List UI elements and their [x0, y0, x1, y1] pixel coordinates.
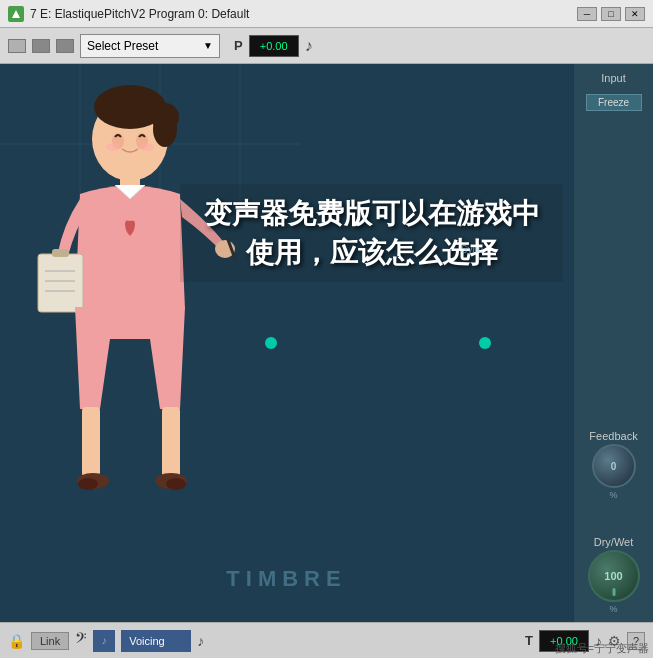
maximize-button[interactable]: □: [601, 7, 621, 21]
preset-dropdown[interactable]: Select Preset ▼: [80, 34, 220, 58]
mini-btn-2[interactable]: [32, 39, 50, 53]
voicing-label: Voicing: [129, 635, 164, 647]
app-icon: [8, 6, 24, 22]
mini-btn-3[interactable]: [56, 39, 74, 53]
preset-arrow-icon: ▼: [203, 40, 213, 51]
feedback-label: Feedback: [589, 430, 637, 442]
window-controls: ─ □ ✕: [577, 7, 645, 21]
svg-point-34: [78, 478, 98, 490]
svg-point-35: [166, 478, 186, 490]
preset-label: Select Preset: [87, 39, 158, 53]
minimize-button[interactable]: ─: [577, 7, 597, 21]
voicing-dropdown[interactable]: Voicing: [121, 630, 191, 652]
input-label: Input: [601, 72, 625, 84]
note-icon[interactable]: ♪: [305, 37, 313, 55]
right-panel: Input Freeze Feedback 0 % Dry/Wet 100 %: [573, 64, 653, 622]
clef-icon: 𝄢: [75, 630, 87, 651]
svg-rect-25: [38, 254, 83, 312]
dry-wet-value: 100: [604, 570, 622, 582]
svg-point-20: [140, 143, 154, 151]
voicing-icon: ♪: [102, 635, 107, 646]
dry-wet-pct: %: [609, 604, 617, 614]
timbre-watermark: TIMBRE: [226, 566, 346, 592]
svg-point-19: [106, 143, 120, 151]
bottom-note-icon[interactable]: ♪: [197, 633, 204, 649]
toolbar: Select Preset ▼ P +0.00 ♪: [0, 28, 653, 64]
right-handle-dot[interactable]: [479, 337, 491, 349]
title-bar: 7 E: ElastiquePitchV2 Program 0: Default…: [0, 0, 653, 28]
dry-wet-section: Dry/Wet 100 %: [588, 536, 640, 614]
left-handle-dot[interactable]: [265, 337, 277, 349]
dry-wet-knob[interactable]: 100: [588, 550, 640, 602]
sohu-watermark: 搜狐号=宁宁变声器: [551, 639, 653, 658]
bottom-bar: 🔒 Link 𝄢 ♪ Voicing ♪ T +0.00 ♪ ⚙ ? 搜狐号=宁…: [0, 622, 653, 658]
main-area: 变声器免费版可以在游戏中使用，应该怎么选择 TIMBRE Sync Input …: [0, 64, 653, 622]
feedback-pct: %: [609, 490, 617, 500]
svg-marker-0: [12, 10, 20, 18]
voicing-icon-box: ♪: [93, 630, 115, 652]
sync-label: Sync: [461, 244, 483, 255]
pitch-value-display: +0.00: [249, 35, 299, 57]
character-illustration: [10, 69, 250, 549]
plugin-display: 变声器免费版可以在游戏中使用，应该怎么选择 TIMBRE Sync: [0, 64, 573, 622]
link-button[interactable]: Link: [31, 632, 69, 650]
svg-rect-30: [82, 407, 100, 477]
feedback-knob[interactable]: 0: [592, 444, 636, 488]
svg-point-16: [151, 103, 179, 131]
feedback-value: 0: [611, 461, 617, 472]
freeze-button[interactable]: Freeze: [586, 94, 642, 111]
t-label: T: [525, 633, 533, 648]
overlay-text: 变声器免费版可以在游戏中使用，应该怎么选择: [180, 184, 563, 282]
p-label: P: [234, 38, 243, 53]
feedback-section: Feedback 0 %: [589, 430, 637, 500]
dry-wet-label: Dry/Wet: [594, 536, 634, 548]
svg-rect-31: [162, 407, 180, 477]
title-bar-left: 7 E: ElastiquePitchV2 Program 0: Default: [8, 6, 249, 22]
svg-rect-26: [52, 249, 69, 257]
lock-icon[interactable]: 🔒: [8, 633, 25, 649]
mini-btn-1[interactable]: [8, 39, 26, 53]
window-title: 7 E: ElastiquePitchV2 Program 0: Default: [30, 7, 249, 21]
close-button[interactable]: ✕: [625, 7, 645, 21]
